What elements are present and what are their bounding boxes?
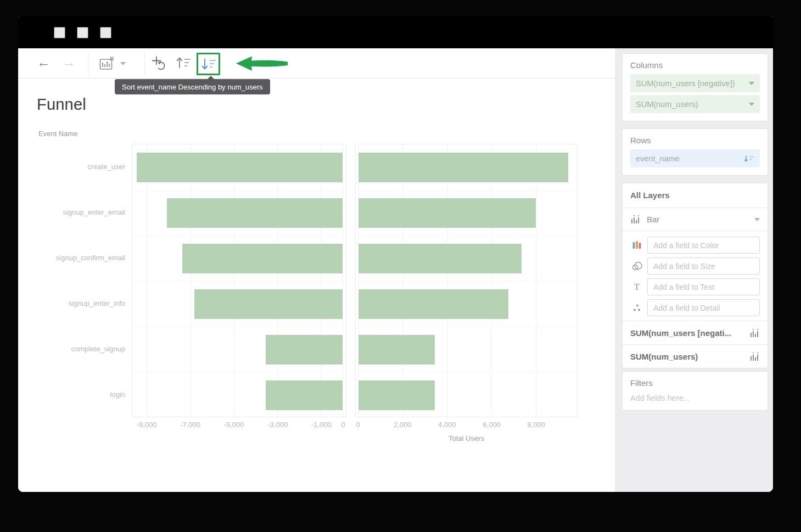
text-icon[interactable]: T: [630, 282, 643, 292]
bar-mark[interactable]: [359, 335, 435, 365]
x-axis-tick-label: -7,000: [180, 421, 200, 429]
bar-mark[interactable]: [137, 153, 343, 182]
sort-tooltip-text: Sort event_name Descending by num_users: [122, 83, 263, 91]
bar-mark[interactable]: [194, 289, 343, 319]
sort-descending-button[interactable]: [197, 53, 220, 75]
clear-sheet-icon: [99, 56, 115, 71]
row-label: signup_enter_email: [35, 189, 125, 235]
all-layers-title: All Layers: [630, 191, 670, 200]
row-field-header: Event Name: [38, 130, 78, 138]
row-label: login: [35, 372, 125, 417]
bar-mark[interactable]: [359, 153, 568, 182]
pill-sum-num-users-negative[interactable]: SUM(num_users [negative]): [630, 74, 760, 92]
row-gridline: [132, 190, 346, 191]
sort-descending-icon: [201, 57, 216, 71]
row-label: signup_enter_info: [35, 281, 125, 326]
mark-type-label: Bar: [647, 215, 659, 224]
pill-label: SUM(num_users [negative]): [636, 79, 735, 88]
measure-card-num-users[interactable]: SUM(num_users): [623, 344, 768, 368]
clear-sheet-button[interactable]: [99, 56, 115, 71]
sheet-title: Funnel: [37, 96, 86, 114]
x-axis-tick-label: -3,000: [267, 421, 288, 429]
sort-ascending-button[interactable]: [176, 56, 191, 70]
row-gridline: [132, 235, 346, 236]
chevron-down-icon[interactable]: [749, 103, 754, 106]
measure-card-num-users-negative[interactable]: SUM(num_users [negati...: [623, 321, 768, 344]
x-axis-tick-label: -5,000: [224, 421, 244, 429]
size-icon[interactable]: [630, 261, 643, 271]
mark-type-dropdown[interactable]: Bar: [623, 208, 768, 231]
chevron-down-icon[interactable]: [754, 218, 760, 221]
worksheet-area: ← →: [18, 48, 615, 492]
bar-mark-icon: [630, 215, 641, 224]
sort-tooltip: Sort event_name Descending by num_users: [115, 79, 270, 94]
mark-shelves: T: [623, 231, 768, 321]
detail-icon[interactable]: [630, 304, 643, 312]
bar-mark[interactable]: [359, 380, 435, 410]
toolbar-divider: [144, 52, 145, 75]
bar-mark-icon: [749, 328, 760, 338]
bar-mark[interactable]: [266, 380, 343, 410]
chart-pane-negative: [132, 144, 346, 417]
columns-shelf: Columns SUM(num_users [negative]) SUM(nu…: [622, 53, 768, 121]
measure-label: SUM(num_users): [630, 352, 698, 361]
row-gridline: [356, 235, 577, 236]
filters-placeholder[interactable]: Add fields here...: [630, 394, 760, 402]
sort-ascending-icon: [176, 56, 191, 70]
x-axis-tick-label: 0: [341, 421, 345, 429]
bar-mark[interactable]: [266, 335, 343, 365]
bar-mark[interactable]: [182, 244, 343, 273]
color-shelf-input[interactable]: [647, 237, 760, 254]
bar-mark[interactable]: [359, 289, 508, 319]
pill-label: SUM(num_users): [636, 100, 698, 109]
row-label: create_user: [35, 144, 125, 189]
bar-mark[interactable]: [167, 198, 343, 228]
chevron-down-icon[interactable]: [749, 82, 754, 85]
category-axis: create_usersignup_enter_emailsignup_conf…: [35, 144, 125, 417]
undo-button[interactable]: ←: [37, 55, 51, 69]
filters-shelf: Filters Add fields here...: [622, 371, 768, 411]
all-layers-header: All Layers: [623, 183, 768, 208]
chevron-down-icon[interactable]: [120, 62, 126, 65]
window-control-button[interactable]: [54, 27, 65, 38]
window-control-button[interactable]: [77, 27, 88, 38]
marks-card: All Layers Bar: [622, 183, 768, 368]
redo-button[interactable]: →: [62, 55, 76, 69]
measure-label: SUM(num_users [negati...: [630, 328, 731, 338]
color-shelf: [630, 237, 760, 254]
annotation-arrow-icon: [236, 55, 292, 75]
detail-shelf-input[interactable]: [647, 299, 760, 316]
bar-mark[interactable]: [359, 198, 536, 228]
x-axis-ticks-negative: -9,000-7,000-5,000-3,000-1,0000: [132, 421, 346, 430]
chart-pane-positive: [355, 144, 578, 417]
rows-title: Rows: [630, 136, 760, 145]
text-shelf: T: [630, 278, 760, 295]
app-window: ← →: [18, 16, 773, 492]
window-titlebar: [18, 16, 773, 48]
window-content: ← →: [18, 48, 773, 492]
columns-title: Columns: [630, 60, 760, 70]
detail-shelf: [630, 299, 760, 316]
row-gridline: [356, 371, 577, 372]
size-shelf-input[interactable]: [647, 257, 760, 275]
pill-sum-num-users[interactable]: SUM(num_users): [630, 95, 760, 113]
color-icon[interactable]: [630, 241, 643, 249]
bar-mark-icon: [749, 352, 760, 361]
text-shelf-input[interactable]: [647, 278, 760, 295]
swap-axes-icon: [152, 56, 166, 71]
sort-descending-mini-icon[interactable]: [744, 155, 754, 163]
row-gridline: [356, 190, 577, 191]
shelf-sidebar: Columns SUM(num_users [negative]) SUM(nu…: [615, 48, 773, 492]
size-shelf: [630, 257, 760, 275]
swap-axes-button[interactable]: [152, 56, 166, 71]
pill-event-name[interactable]: event_name: [630, 149, 760, 167]
redo-icon: →: [62, 55, 76, 69]
rows-shelf: Rows event_name: [622, 128, 768, 176]
window-control-button[interactable]: [100, 27, 111, 38]
row-label: complete_signup: [35, 326, 125, 372]
x-axis-title: Total Users: [355, 434, 578, 443]
toolbar: ← →: [18, 48, 615, 79]
row-label: signup_confirm_email: [35, 235, 125, 281]
pill-label: event_name: [636, 154, 680, 163]
bar-mark[interactable]: [359, 244, 522, 273]
